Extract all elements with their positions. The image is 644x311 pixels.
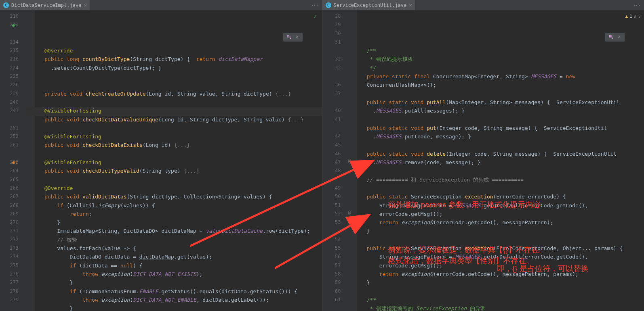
code-line[interactable]: errorCode.getMsg()); [367, 261, 644, 270]
fold-marker[interactable] [24, 278, 35, 287]
line-number[interactable]: 276 [0, 270, 19, 278]
right-code-area[interactable]: ▲ 1 ∧ ∨ mG × /** * 错误码提示模板 */private sta… [357, 10, 644, 311]
line-number[interactable]: 30 [322, 29, 341, 38]
fold-marker[interactable] [24, 90, 35, 98]
code-line[interactable]: errorCode.getMsg()); [367, 210, 644, 218]
line-number[interactable]: 267 [0, 192, 19, 201]
fold-marker[interactable] [347, 184, 357, 192]
line-number[interactable]: 275 [0, 261, 19, 270]
chevron-down-icon[interactable]: ∨ [638, 12, 641, 21]
line-number[interactable]: 55 [322, 244, 341, 253]
line-number[interactable]: 53 [322, 218, 341, 227]
fold-marker[interactable] [24, 296, 35, 304]
fold-marker[interactable] [347, 38, 357, 46]
left-code-area[interactable]: ✓ mG × @Overridepublic long countByDictT… [35, 10, 322, 311]
fold-marker[interactable] [24, 38, 35, 46]
line-number[interactable] [322, 175, 341, 184]
fold-marker[interactable] [24, 236, 35, 244]
code-line[interactable] [44, 175, 322, 184]
fold-marker[interactable] [24, 253, 35, 261]
code-line[interactable]: if (CollUtil.isEmpty(values)) { [44, 201, 322, 210]
line-number[interactable]: 272 [0, 236, 19, 244]
fold-marker[interactable] [24, 98, 35, 106]
tab-menu-icon[interactable]: ⋮ [311, 2, 319, 8]
fold-marker[interactable] [24, 175, 35, 184]
code-line[interactable]: return exception0(errorCode.getCode(), m… [367, 218, 644, 227]
fold-marker[interactable] [347, 55, 357, 63]
code-line[interactable]: @VisibleForTesting [44, 132, 322, 141]
code-line[interactable]: String messagePattern = MESSAGES.getOrDe… [367, 253, 644, 261]
line-number[interactable] [322, 124, 341, 132]
fold-marker[interactable] [24, 124, 35, 132]
fold-marker[interactable] [347, 46, 357, 55]
fold-marker[interactable] [347, 296, 357, 304]
fold-marker[interactable] [347, 141, 357, 149]
line-number[interactable]: 31 [322, 38, 341, 46]
code-line[interactable] [367, 115, 644, 124]
fold-marker[interactable] [24, 218, 35, 227]
line-number[interactable]: 60 [322, 287, 341, 296]
inspection-ok-icon[interactable]: ✓ [314, 12, 317, 21]
code-line[interactable]: /** [367, 296, 644, 304]
fold-marker[interactable] [24, 21, 35, 29]
fold-marker[interactable] [347, 12, 357, 21]
fold-marker[interactable] [347, 192, 357, 201]
code-line[interactable]: @Override [44, 46, 322, 55]
line-number[interactable]: 210 [0, 12, 19, 21]
fold-marker[interactable] [24, 46, 35, 55]
close-icon[interactable]: × [84, 2, 87, 8]
line-number[interactable]: 41 [322, 115, 341, 124]
code-line[interactable]: } [44, 304, 322, 311]
code-line[interactable]: public static void putAll(Map<Integer, S… [367, 98, 644, 106]
fold-marker[interactable] [347, 64, 357, 72]
override-gutter-icon[interactable]: @ [348, 210, 351, 215]
line-number[interactable]: 51 [322, 201, 341, 210]
close-icon[interactable]: × [618, 33, 621, 41]
line-number[interactable]: 28 [322, 12, 341, 21]
close-icon[interactable]: × [409, 2, 412, 8]
code-line[interactable] [367, 90, 644, 98]
line-number[interactable]: 271 [0, 227, 19, 235]
right-gutter[interactable]: 2829303132333637404144454647484950515253… [322, 10, 347, 311]
code-line[interactable]: return exception0(errorCode.getCode(), m… [367, 270, 644, 278]
fold-marker[interactable] [24, 141, 35, 149]
line-number[interactable]: 274 [0, 253, 19, 261]
code-line[interactable]: return; [44, 210, 322, 218]
fold-marker[interactable] [24, 55, 35, 63]
fold-marker[interactable] [347, 72, 357, 81]
code-line[interactable]: */ [367, 64, 644, 72]
line-number[interactable] [322, 72, 341, 81]
line-number[interactable]: 44 [322, 132, 341, 141]
fold-marker[interactable] [347, 90, 357, 98]
line-number[interactable]: 49 [322, 184, 341, 192]
fold-marker[interactable] [347, 175, 357, 184]
fold-marker[interactable] [347, 124, 357, 132]
left-file-tab[interactable]: C DictDataServiceImpl.java × [0, 0, 90, 10]
fold-marker[interactable] [24, 184, 35, 192]
code-line[interactable]: * 错误码提示模板 [367, 55, 644, 63]
fold-marker[interactable] [24, 167, 35, 175]
left-gutter[interactable]: ●↑ ●↑ 2102112142152162242252262392402412… [0, 10, 24, 311]
line-number[interactable]: 45 [322, 141, 341, 149]
override-gutter-icon[interactable]: @ [348, 158, 351, 164]
code-line[interactable]: public void checkDictTypeValid(String ty… [44, 167, 322, 175]
code-line[interactable]: .selectCountByDictType(dictType); } [44, 64, 322, 72]
fold-marker[interactable] [347, 106, 357, 115]
fold-marker[interactable] [347, 253, 357, 261]
code-line[interactable] [367, 287, 644, 296]
code-line[interactable]: } [367, 227, 644, 235]
fold-marker[interactable] [24, 261, 35, 270]
line-number[interactable]: 240 [0, 98, 19, 106]
fold-marker[interactable] [24, 150, 35, 158]
code-line[interactable]: } [44, 218, 322, 227]
fold-marker[interactable] [347, 81, 357, 89]
line-number[interactable]: 264 [0, 167, 19, 175]
code-line[interactable] [367, 141, 644, 149]
line-number[interactable]: 226 [0, 81, 19, 89]
fold-marker[interactable] [24, 287, 35, 296]
line-number[interactable]: 47 [322, 158, 341, 167]
line-number[interactable]: 273 [0, 244, 19, 253]
code-line[interactable] [367, 236, 644, 244]
code-line[interactable]: .MESSAGES.put(code, message); } [367, 132, 644, 141]
code-line[interactable]: values.forEach(value -> { [44, 244, 322, 253]
